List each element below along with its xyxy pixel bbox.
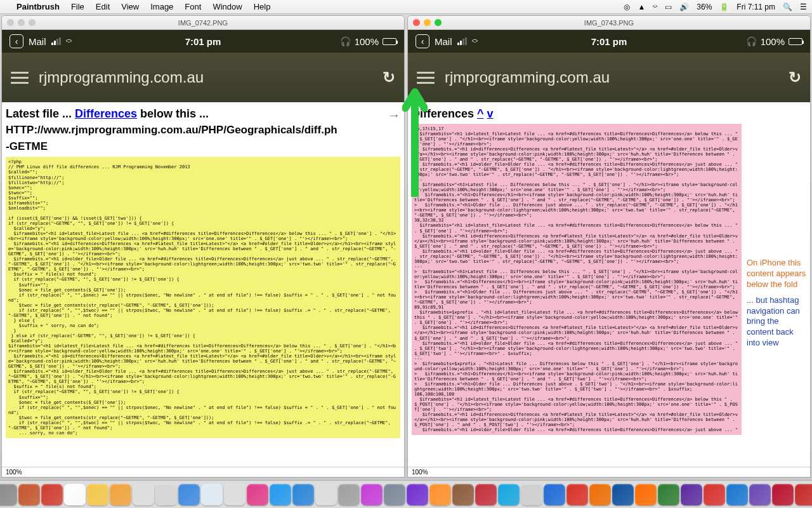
dock-app-icon[interactable] bbox=[41, 484, 63, 505]
dock-app-icon[interactable] bbox=[704, 484, 725, 505]
dock-app-icon[interactable] bbox=[612, 484, 634, 505]
dock-app-icon[interactable] bbox=[658, 484, 679, 505]
clock[interactable]: Fri 7:11 pm bbox=[737, 3, 775, 11]
menu-window[interactable]: Window bbox=[213, 2, 242, 11]
dock-app-icon[interactable] bbox=[452, 484, 474, 505]
dock-app-icon[interactable] bbox=[361, 484, 383, 505]
status-icon[interactable]: ◎ bbox=[624, 3, 630, 11]
page-subheading-url: HTTP://www.rjmprogramming.com.au/PHP/Geo… bbox=[6, 124, 400, 137]
dock-app-icon[interactable] bbox=[110, 484, 131, 505]
code-yellow: <?php // PHP Linux diff file differences… bbox=[6, 157, 400, 438]
app-name[interactable]: Paintbrush bbox=[16, 2, 60, 11]
notification-icon[interactable]: ☰ bbox=[800, 3, 807, 11]
minimize-icon[interactable] bbox=[424, 19, 431, 26]
headphones-icon: 🎧 bbox=[746, 36, 757, 46]
window-title: IMG_0743.PNG bbox=[584, 19, 634, 27]
annotation: On iPhone this content appears below the… bbox=[747, 258, 808, 349]
dock-app-icon[interactable] bbox=[0, 484, 17, 505]
nav-down-link: v bbox=[487, 107, 494, 120]
close-icon[interactable] bbox=[7, 19, 14, 26]
ios-back-icon: ‹ bbox=[10, 34, 23, 48]
dock-app-icon[interactable] bbox=[635, 484, 657, 505]
menu-help[interactable]: Help bbox=[254, 2, 271, 11]
status-icon[interactable]: ▲ bbox=[638, 3, 645, 11]
dock-app-icon[interactable] bbox=[224, 484, 246, 505]
titlebar-left[interactable]: IMG_0742.PNG bbox=[2, 16, 404, 30]
zoom-icon[interactable] bbox=[29, 19, 36, 26]
dock-app-icon[interactable] bbox=[566, 484, 588, 505]
dock-app-icon[interactable] bbox=[726, 484, 748, 505]
heading-suffix: below this ... bbox=[137, 107, 209, 120]
menu-view[interactable]: View bbox=[121, 2, 139, 11]
dock-app-icon[interactable] bbox=[407, 484, 428, 505]
battery-pct[interactable]: 36% bbox=[697, 3, 712, 11]
dock-app-icon[interactable] bbox=[772, 484, 794, 505]
dock-app-icon[interactable] bbox=[18, 484, 40, 505]
url-text: rjmprogramming.com.au bbox=[445, 69, 778, 86]
dock-app-icon[interactable] bbox=[270, 484, 291, 505]
annotation-blue: ... but hashtag navigation can bring the… bbox=[747, 295, 808, 349]
dock-app-icon[interactable] bbox=[475, 484, 497, 505]
heading-prefix: Latest file ... bbox=[6, 107, 75, 120]
menu-font[interactable]: Font bbox=[185, 2, 201, 11]
battery-icon bbox=[383, 38, 396, 45]
menu-edit[interactable]: Edit bbox=[96, 2, 110, 11]
zoom-value: 100% bbox=[6, 469, 22, 476]
ios-back-icon: ‹ bbox=[416, 34, 429, 48]
hamburger-icon bbox=[417, 72, 435, 84]
dock-app-icon[interactable] bbox=[155, 484, 177, 505]
ios-statusbar: ‹ Mail ⌔ 7:01 pm 🎧 100% bbox=[2, 30, 404, 53]
zoom-status: 100% bbox=[408, 467, 810, 477]
titlebar-right[interactable]: IMG_0743.PNG bbox=[408, 16, 810, 30]
differences-link: Differences bbox=[75, 107, 137, 120]
signal-icon bbox=[51, 37, 61, 45]
dock-app-icon[interactable] bbox=[315, 484, 337, 505]
zoom-icon[interactable] bbox=[435, 19, 442, 26]
minimize-icon[interactable] bbox=[18, 19, 25, 26]
ios-battery-pct: 100% bbox=[355, 36, 379, 47]
volume-icon[interactable]: 🔊 bbox=[679, 3, 689, 11]
macos-dock[interactable] bbox=[0, 480, 812, 508]
battery-icon: 🔋 bbox=[719, 3, 729, 11]
close-icon[interactable] bbox=[413, 19, 420, 26]
wifi-icon: ⌔ bbox=[66, 36, 72, 47]
dock-app-icon[interactable] bbox=[133, 484, 154, 505]
spotlight-icon[interactable]: 🔍 bbox=[783, 3, 792, 11]
ios-statusbar: ‹ Mail ⌔ 7:01 pm 🎧 100% bbox=[408, 30, 810, 53]
dock-app-icon[interactable] bbox=[681, 484, 702, 505]
dock-app-icon[interactable] bbox=[338, 484, 360, 505]
dock-app-icon[interactable] bbox=[178, 484, 200, 505]
dock-app-icon[interactable] bbox=[247, 484, 268, 505]
dock-app-icon[interactable] bbox=[749, 484, 771, 505]
dock-app-icon[interactable] bbox=[201, 484, 223, 505]
dock-app-icon[interactable] bbox=[429, 484, 451, 505]
hamburger-icon bbox=[11, 72, 29, 84]
dock-app-icon[interactable] bbox=[544, 484, 565, 505]
zoom-status: 100% bbox=[2, 467, 404, 477]
dock-app-icon[interactable] bbox=[384, 484, 405, 505]
page-heading: Latest file ... Differences below this .… bbox=[6, 107, 400, 121]
ios-back-app: Mail bbox=[29, 36, 46, 47]
annotation-orange: On iPhone this content appears below the… bbox=[747, 258, 808, 290]
display-icon[interactable]: ▭ bbox=[665, 3, 672, 11]
dock-app-icon[interactable] bbox=[87, 484, 108, 505]
ios-time: 7:01 pm bbox=[546, 36, 672, 47]
paintbrush-window-left: IMG_0742.PNG ‹ Mail ⌔ 7:01 pm 🎧 100% rjm… bbox=[1, 15, 405, 478]
page-content-left: Latest file ... Differences below this .… bbox=[2, 102, 404, 467]
code-pink: 15,17c15,17 $iframebits="<h1 id=latest_f… bbox=[412, 124, 742, 436]
ios-time: 7:01 pm bbox=[140, 36, 266, 47]
wifi-icon[interactable]: ⌔ bbox=[653, 3, 657, 11]
dock-app-icon[interactable] bbox=[64, 484, 86, 505]
page-heading: Differences ^ v bbox=[412, 107, 806, 121]
page-subheading-getme: -GETME bbox=[6, 140, 400, 153]
dock-app-icon[interactable] bbox=[795, 484, 812, 505]
menu-file[interactable]: File bbox=[71, 2, 84, 11]
dock-app-icon[interactable] bbox=[521, 484, 542, 505]
dock-app-icon[interactable] bbox=[589, 484, 611, 505]
dock-app-icon[interactable] bbox=[498, 484, 520, 505]
menu-image[interactable]: Image bbox=[150, 2, 173, 11]
wifi-icon: ⌔ bbox=[472, 36, 478, 47]
paintbrush-window-right: IMG_0743.PNG ‹ Mail ⌔ 7:01 pm 🎧 100% rjm… bbox=[407, 15, 811, 478]
dock-app-icon[interactable] bbox=[292, 484, 314, 505]
url-text: rjmprogramming.com.au bbox=[39, 69, 372, 86]
